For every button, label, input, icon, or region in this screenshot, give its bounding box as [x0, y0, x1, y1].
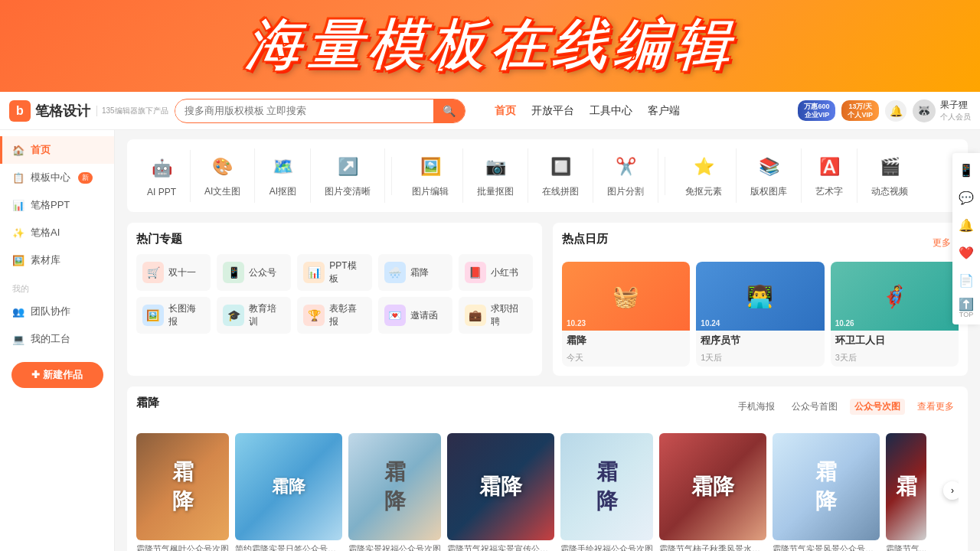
calendar-grid: 🧺 10.23 霜降 今天 👨‍💻 10.24 程序员节 1天后 [562, 262, 959, 367]
sidebar-home-label: 首页 [31, 143, 51, 157]
double-eleven-icon: 🛒 [142, 262, 164, 283]
tab-wechat-secondary[interactable]: 公众号次图 [850, 399, 905, 415]
tool-split[interactable]: ✂️ 图片分割 [593, 148, 658, 203]
float-top-icon[interactable]: ⬆️ TOP [952, 294, 980, 321]
new-work-button[interactable]: ✚ 新建作品 [11, 362, 103, 388]
logo-icon: b [9, 100, 31, 122]
sidebar-item-home[interactable]: 🏠 首页 [0, 136, 114, 164]
huajian-caption-4: 霜降节气祝福实景宣传公众号... [447, 543, 554, 551]
huajian-img-wrap-7: 霜降 霜降节气实景风景公众号次图 [773, 433, 880, 551]
nav-client[interactable]: 客户端 [648, 104, 680, 118]
sidebar-ppt-label: 笔格PPT [31, 198, 70, 212]
topic-ppt[interactable]: 📊 PPT模板 [297, 254, 371, 291]
ai-ppt-icon: 🤖 [148, 155, 175, 182]
ai-cutout-label: AI抠图 [270, 185, 296, 198]
hot-calendar-title: 热点日历 [562, 232, 608, 246]
float-feedback-icon[interactable]: 📄 [952, 266, 980, 294]
huajian-caption-1: 霜降节气枫叶公众号次图 [136, 543, 229, 551]
tool-ai-ppt[interactable]: 🤖 AI PPT [133, 150, 191, 202]
avatar: 🦝 [913, 99, 936, 122]
tool-art-text[interactable]: 🅰️ 艺术字 [802, 148, 858, 203]
tool-edit[interactable]: 🖼️ 图片编辑 [398, 148, 463, 203]
calendar-item-day1[interactable]: 👨‍💻 10.24 程序员节 1天后 [696, 262, 824, 367]
search-button[interactable]: 🔍 [433, 99, 465, 122]
huajian-img-wrap-4: 霜降 霜降节气祝福实景宣传公众号... [447, 433, 554, 551]
huajian-img-6[interactable]: 霜降 [659, 433, 766, 540]
tab-mobile-poster[interactable]: 手机海报 [733, 399, 779, 415]
sidebar-item-templates[interactable]: 📋 模板中心 新 [0, 164, 114, 191]
float-favorite-icon[interactable]: ❤️ [952, 239, 980, 266]
invitation-icon: 💌 [384, 305, 406, 326]
enterprise-vip-badge[interactable]: 万惠600 企业VIP [798, 100, 835, 122]
tool-ai-text-image[interactable]: 🎨 AI文生图 [191, 148, 255, 203]
huajian-img-2[interactable]: 霜降 [235, 433, 342, 540]
invitation-label: 邀请函 [410, 309, 438, 322]
enterprise-vip-top: 万惠600 [804, 103, 829, 111]
nav-open-platform[interactable]: 开放平台 [531, 104, 574, 118]
tools-divider [391, 157, 392, 195]
right-float-panel: 📱 💬 🔔 ❤️ 📄 ⬆️ TOP [952, 153, 980, 324]
search-input[interactable] [175, 100, 433, 121]
calendar-item-day3[interactable]: 🦸 10.26 环卫工人日 3天后 [831, 262, 959, 367]
sidebar-item-team[interactable]: 👥 团队协作 [0, 298, 114, 325]
hot-topics-box: 热门专题 🛒 双十一 📱 公众号 📊 PPT模板 🌨️ 霜降 [127, 223, 542, 376]
topic-wechat[interactable]: 📱 公众号 [217, 254, 291, 291]
calendar-item-today[interactable]: 🧺 10.23 霜降 今天 [562, 262, 690, 367]
wechat-label: 公众号 [249, 266, 276, 279]
tab-wechat-cover[interactable]: 公众号首图 [787, 399, 842, 415]
next-arrow[interactable]: › [943, 481, 959, 500]
personal-vip-label: 个人VIP [848, 111, 873, 119]
topic-xiaohongshu[interactable]: 📕 小红书 [459, 254, 533, 291]
topic-job[interactable]: 💼 求职招聘 [459, 297, 533, 334]
sidebar-item-ai[interactable]: ✨ 笔格AI [0, 219, 114, 246]
avatar-area[interactable]: 🦝 果子狸 个人会员 [913, 99, 971, 122]
tool-batch-cutout[interactable]: 📷 批量抠图 [463, 148, 528, 203]
tool-ai-cutout[interactable]: 🗺️ AI抠图 [255, 148, 311, 203]
tool-elements[interactable]: ⭐ 免抠元素 [671, 148, 737, 203]
tool-collage[interactable]: 🔲 在线拼图 [528, 148, 593, 203]
tool-video[interactable]: 🎬 动态视频 [858, 148, 922, 203]
nav-tools[interactable]: 工具中心 [590, 104, 632, 118]
new-badge: 新 [78, 172, 93, 184]
huajian-img-wrap-3: 霜降 霜降实景祝福公众号次图 [348, 433, 441, 551]
enhance-icon: ↗️ [334, 153, 361, 181]
huajian-img-4[interactable]: 霜降 [447, 433, 554, 540]
tool-enhance[interactable]: ↗️ 图片变清晰 [311, 148, 385, 203]
job-label: 求职招聘 [491, 302, 527, 328]
huajian-img-inner-4: 霜降 [447, 433, 554, 540]
calendar-today-image: 🧺 10.23 [562, 262, 690, 331]
float-chat-icon[interactable]: 💬 [952, 184, 980, 211]
topic-award[interactable]: 🏆 表彰喜报 [297, 297, 371, 334]
huajian-img-7[interactable]: 霜降 [773, 433, 880, 540]
tool-stock[interactable]: 📚 版权图库 [737, 148, 802, 203]
calendar-day1-date: 10.24 [701, 319, 720, 328]
float-notification-icon[interactable]: 🔔 [952, 211, 980, 239]
personal-vip-badge[interactable]: 13万/天 个人VIP [841, 100, 879, 122]
topic-invitation[interactable]: 💌 邀请函 [378, 297, 452, 334]
float-mobile-icon[interactable]: 📱 [952, 156, 980, 184]
templates-icon: 📋 [12, 172, 24, 184]
hot-topics-title: 热门专题 [136, 232, 533, 246]
huajian-img-inner-1: 霜降 [136, 433, 229, 540]
sidebar-item-workspace[interactable]: 💻 我的工台 [0, 325, 114, 353]
huajian-img-5[interactable]: 霜降 [560, 433, 653, 540]
huajian-img-3[interactable]: 霜降 [348, 433, 441, 540]
sidebar: 🏠 首页 📋 模板中心 新 📊 笔格PPT ✨ 笔格AI 🖼️ 素材库 我的 👥… [0, 130, 115, 551]
tab-view-more[interactable]: 查看更多 [913, 399, 959, 415]
topic-education[interactable]: 🎓 教育培训 [217, 297, 291, 334]
topic-longposter[interactable]: 🖼️ 长图海报 [136, 297, 211, 334]
shuangjiang-icon: 🌨️ [384, 262, 406, 283]
topic-double-eleven[interactable]: 🛒 双十一 [136, 254, 211, 291]
notification-icon[interactable]: 🔔 [885, 100, 906, 122]
huajian-img-inner-8: 霜 [886, 433, 926, 540]
huajian-img-1[interactable]: 霜降 [136, 433, 229, 540]
ai-cutout-icon: 🗺️ [269, 153, 296, 181]
topic-grid: 🛒 双十一 📱 公众号 📊 PPT模板 🌨️ 霜降 📕 小红书 [136, 254, 533, 334]
main-content: 🤖 AI PPT 🎨 AI文生图 🗺️ AI抠图 ↗️ 图片变清晰 🖼️ 图片编… [115, 130, 980, 551]
sidebar-item-ppt[interactable]: 📊 笔格PPT [0, 191, 114, 219]
topic-shuangjiang[interactable]: 🌨️ 霜降 [378, 254, 452, 291]
sidebar-item-materials[interactable]: 🖼️ 素材库 [0, 246, 114, 274]
huajian-img-8[interactable]: 霜 [886, 433, 926, 540]
logo-text: 笔格设计 [35, 102, 90, 120]
nav-home[interactable]: 首页 [495, 104, 516, 118]
